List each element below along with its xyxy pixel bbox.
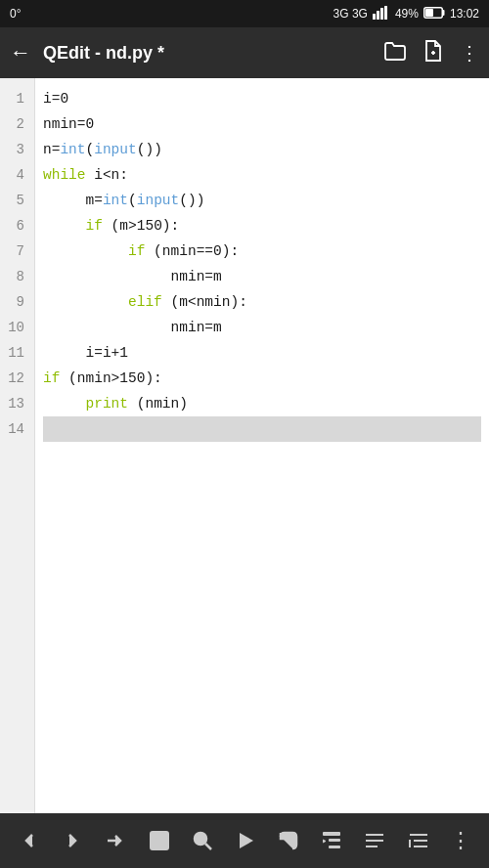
line-num-13: 13 bbox=[4, 391, 28, 416]
code-line-3: n=int(input()) bbox=[43, 137, 481, 162]
indent-button[interactable] bbox=[314, 823, 349, 858]
file-add-icon[interactable] bbox=[422, 39, 444, 67]
line-numbers: 1 2 3 4 5 6 7 8 9 10 11 12 13 14 bbox=[0, 78, 35, 813]
temperature: 0° bbox=[10, 7, 21, 21]
more-options-button[interactable]: ⋮ bbox=[444, 822, 477, 860]
battery-label: 49% bbox=[395, 7, 419, 21]
bottom-toolbar: ⋮ bbox=[0, 813, 489, 868]
code-line-1: i=0 bbox=[43, 86, 481, 111]
code-line-14 bbox=[43, 416, 481, 442]
line-num-8: 8 bbox=[13, 264, 28, 289]
run-button[interactable] bbox=[228, 823, 263, 858]
code-line-8: nmin=m bbox=[43, 264, 481, 289]
indent-right-button[interactable] bbox=[98, 823, 133, 858]
line-num-1: 1 bbox=[13, 86, 28, 111]
code-line-12: if (nmin>150): bbox=[43, 366, 481, 391]
save-button[interactable] bbox=[142, 823, 177, 858]
svg-line-14 bbox=[205, 844, 211, 849]
line-num-5: 5 bbox=[13, 188, 28, 213]
line-num-14: 14 bbox=[4, 416, 28, 442]
svg-rect-18 bbox=[329, 846, 340, 848]
code-line-5: m=int(input()) bbox=[43, 188, 481, 213]
line-num-6: 6 bbox=[13, 213, 28, 239]
folder-icon[interactable] bbox=[383, 41, 407, 65]
code-line-11: i=i+1 bbox=[43, 340, 481, 366]
list-icon-2[interactable] bbox=[401, 823, 436, 858]
svg-rect-3 bbox=[384, 6, 387, 20]
code-editor[interactable]: 1 2 3 4 5 6 7 8 9 10 11 12 13 14 i=0 nmi… bbox=[0, 78, 489, 813]
code-line-7: if (nmin==0): bbox=[43, 239, 481, 264]
undo-button[interactable] bbox=[271, 823, 306, 858]
status-right: 3G 3G 49% 13:02 bbox=[333, 6, 479, 22]
svg-rect-0 bbox=[373, 14, 376, 20]
signal-bars bbox=[373, 6, 390, 22]
list-icon-1[interactable] bbox=[357, 823, 392, 858]
more-vert-icon[interactable]: ⋮ bbox=[460, 41, 479, 65]
code-line-9: elif (m<nmin): bbox=[43, 289, 481, 315]
title-bar-icons: ⋮ bbox=[383, 39, 479, 67]
battery-icon bbox=[423, 7, 445, 22]
svg-rect-1 bbox=[377, 11, 379, 20]
status-bar: 0° 3G 3G 49% 13:02 bbox=[0, 0, 489, 27]
svg-rect-2 bbox=[380, 8, 383, 20]
code-line-2: nmin=0 bbox=[43, 111, 481, 137]
line-num-3: 3 bbox=[13, 137, 28, 162]
nav-back-button[interactable] bbox=[12, 823, 47, 858]
code-text[interactable]: i=0 nmin=0 n=int(input()) while i<n: m=i… bbox=[35, 78, 489, 813]
svg-point-13 bbox=[195, 833, 206, 845]
back-button[interactable]: ← bbox=[10, 40, 31, 65]
svg-marker-15 bbox=[240, 833, 253, 848]
line-num-11: 11 bbox=[4, 340, 28, 366]
line-num-10: 10 bbox=[4, 315, 28, 340]
code-line-6: if (m>150): bbox=[43, 213, 481, 239]
svg-rect-12 bbox=[154, 842, 165, 848]
code-line-4: while i<n: bbox=[43, 162, 481, 188]
app-title: QEdit - nd.py * bbox=[43, 43, 372, 64]
svg-rect-5 bbox=[442, 10, 444, 16]
search-button[interactable] bbox=[185, 823, 220, 858]
svg-rect-16 bbox=[323, 832, 340, 836]
svg-rect-11 bbox=[156, 832, 163, 838]
code-line-10: nmin=m bbox=[43, 315, 481, 340]
time-label: 13:02 bbox=[450, 7, 479, 21]
line-num-4: 4 bbox=[13, 162, 28, 188]
line-num-12: 12 bbox=[4, 366, 28, 391]
line-num-7: 7 bbox=[13, 239, 28, 264]
line-num-9: 9 bbox=[13, 289, 28, 315]
nav-forward-button[interactable] bbox=[55, 823, 90, 858]
svg-rect-17 bbox=[329, 839, 340, 842]
network-label: 3G 3G bbox=[333, 7, 368, 21]
code-line-13: print (nmin) bbox=[43, 391, 481, 416]
svg-rect-6 bbox=[425, 9, 433, 17]
title-bar: ← QEdit - nd.py * ⋮ bbox=[0, 27, 489, 78]
line-num-2: 2 bbox=[13, 111, 28, 137]
